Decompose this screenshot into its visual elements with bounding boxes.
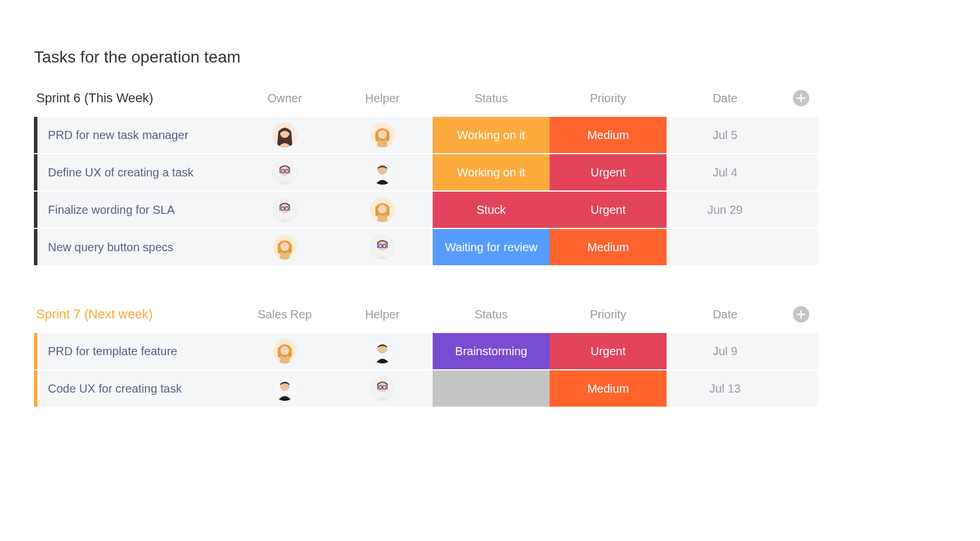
priority-cell[interactable]: Medium: [550, 229, 667, 265]
page-title: Tasks for the operation team: [34, 48, 946, 67]
status-cell[interactable]: Working on it: [433, 154, 550, 190]
column-header[interactable]: Sales Rep: [237, 308, 332, 321]
owner-cell[interactable]: [237, 192, 332, 228]
task-name-cell[interactable]: Define UX of creating a task: [34, 154, 237, 190]
avatar[interactable]: [272, 339, 297, 363]
task-name: PRD for template feature: [48, 345, 177, 358]
helper-cell[interactable]: [332, 154, 433, 190]
column-header[interactable]: Priority: [550, 92, 667, 105]
priority-label: Medium: [587, 129, 629, 142]
page: Tasks for the operation team Sprint 6 (T…: [0, 0, 980, 483]
date-cell[interactable]: Jul 5: [667, 117, 784, 153]
group-header-row: Sprint 6 (This Week) Owner Helper Status…: [34, 90, 946, 106]
group-title[interactable]: Sprint 7 (Next week): [34, 307, 237, 322]
date-cell[interactable]: Jul 4: [667, 154, 784, 190]
column-header[interactable]: Status: [433, 92, 550, 105]
avatar[interactable]: [370, 123, 395, 147]
extra-cell[interactable]: [784, 117, 819, 153]
task-name-cell[interactable]: Code UX for creating task: [34, 370, 237, 407]
task-name-cell[interactable]: PRD for new task manager: [34, 117, 237, 153]
status-cell[interactable]: Stuck: [433, 192, 550, 228]
avatar[interactable]: [272, 123, 297, 147]
status-cell[interactable]: Working on it: [433, 117, 550, 153]
row-accent: [34, 117, 37, 153]
avatar[interactable]: [370, 235, 395, 259]
priority-label: Medium: [587, 382, 629, 396]
priority-label: Urgent: [591, 203, 626, 217]
column-header[interactable]: Date: [667, 92, 784, 105]
task-name: Code UX for creating task: [48, 382, 182, 396]
priority-label: Urgent: [591, 166, 626, 179]
column-header[interactable]: Helper: [332, 308, 433, 321]
table-row[interactable]: New query button specs Waiting for revie…: [34, 229, 946, 265]
avatar[interactable]: [272, 235, 297, 259]
helper-cell[interactable]: [332, 370, 433, 407]
owner-cell[interactable]: [237, 333, 332, 369]
avatar[interactable]: [370, 339, 395, 363]
avatar[interactable]: [370, 160, 395, 185]
priority-label: Urgent: [591, 345, 626, 358]
task-name: PRD for new task manager: [48, 129, 188, 142]
owner-cell[interactable]: [237, 229, 332, 265]
helper-cell[interactable]: [332, 229, 433, 265]
date-cell[interactable]: Jul 9: [667, 333, 784, 369]
group-rows: PRD for new task manager Working on it M…: [34, 117, 946, 265]
date-label: Jul 9: [713, 345, 737, 358]
table-row[interactable]: Finalize wording for SLA Stuck Urgent Ju…: [34, 192, 946, 228]
priority-cell[interactable]: Medium: [550, 117, 667, 153]
avatar[interactable]: [272, 376, 297, 401]
avatar[interactable]: [370, 376, 395, 401]
extra-cell[interactable]: [784, 370, 819, 407]
priority-cell[interactable]: Urgent: [550, 192, 667, 228]
table-row[interactable]: Define UX of creating a task Working on …: [34, 154, 946, 190]
task-name: Define UX of creating a task: [48, 166, 194, 179]
date-label: Jul 4: [713, 166, 737, 179]
date-cell[interactable]: Jul 13: [667, 370, 784, 407]
add-column[interactable]: [784, 90, 819, 106]
table-row[interactable]: PRD for new task manager Working on it M…: [34, 117, 946, 153]
extra-cell[interactable]: [784, 192, 819, 228]
priority-cell[interactable]: Urgent: [550, 154, 667, 190]
plus-icon[interactable]: [793, 90, 809, 106]
date-cell[interactable]: Jun 29: [667, 192, 784, 228]
helper-cell[interactable]: [332, 192, 433, 228]
status-cell[interactable]: [433, 370, 550, 407]
helper-cell[interactable]: [332, 333, 433, 369]
owner-cell[interactable]: [237, 117, 332, 153]
priority-cell[interactable]: Urgent: [550, 333, 667, 369]
table-row[interactable]: PRD for template feature Brainstorming U…: [34, 333, 946, 369]
column-header[interactable]: Helper: [332, 92, 433, 105]
status-cell[interactable]: Waiting for review: [433, 229, 550, 265]
date-label: Jul 5: [713, 129, 737, 142]
task-name: New query button specs: [48, 241, 174, 254]
task-name-cell[interactable]: Finalize wording for SLA: [34, 192, 237, 228]
extra-cell[interactable]: [784, 333, 819, 369]
plus-icon[interactable]: [793, 306, 809, 322]
task-group: Sprint 6 (This Week) Owner Helper Status…: [34, 90, 946, 265]
add-column[interactable]: [784, 306, 819, 322]
extra-cell[interactable]: [784, 229, 819, 265]
extra-cell[interactable]: [784, 154, 819, 190]
status-label: Working on it: [457, 129, 525, 142]
avatar[interactable]: [272, 197, 297, 222]
status-cell[interactable]: Brainstorming: [433, 333, 550, 369]
column-header[interactable]: Date: [667, 308, 784, 321]
column-header[interactable]: Status: [433, 308, 550, 321]
column-header[interactable]: Owner: [237, 92, 332, 105]
date-cell[interactable]: [667, 229, 784, 265]
task-name-cell[interactable]: PRD for template feature: [34, 333, 237, 369]
status-label: Brainstorming: [455, 345, 527, 358]
task-group: Sprint 7 (Next week) Sales Rep Helper St…: [34, 306, 946, 407]
owner-cell[interactable]: [237, 154, 332, 190]
column-header[interactable]: Priority: [550, 308, 667, 321]
avatar[interactable]: [370, 197, 395, 222]
helper-cell[interactable]: [332, 117, 433, 153]
priority-cell[interactable]: Medium: [550, 370, 667, 407]
task-name-cell[interactable]: New query button specs: [34, 229, 237, 265]
table-row[interactable]: Code UX for creating task Medium Jul 13: [34, 370, 946, 407]
group-title[interactable]: Sprint 6 (This Week): [34, 91, 237, 106]
status-label: Working on it: [457, 166, 525, 179]
owner-cell[interactable]: [237, 370, 332, 407]
avatar[interactable]: [272, 160, 297, 185]
status-label: Waiting for review: [445, 241, 537, 254]
